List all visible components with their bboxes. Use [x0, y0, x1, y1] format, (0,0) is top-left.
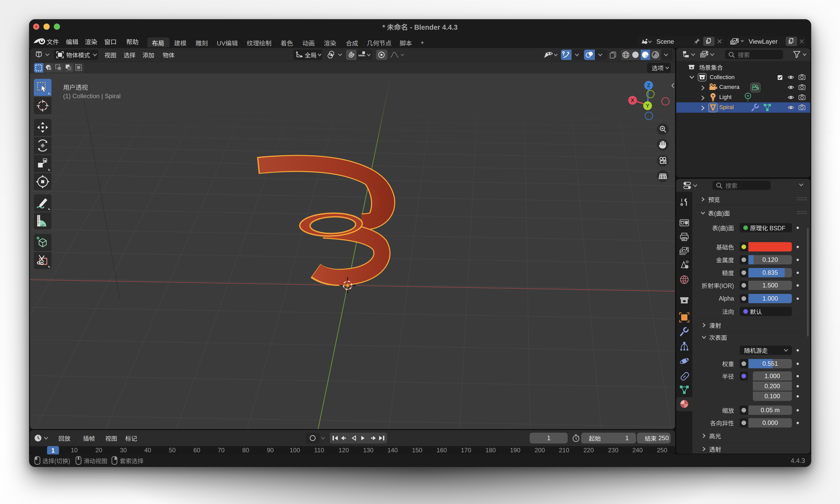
svg-text:Z: Z	[647, 83, 650, 88]
svg-text:X: X	[631, 97, 634, 103]
svg-text:Y: Y	[646, 103, 649, 109]
